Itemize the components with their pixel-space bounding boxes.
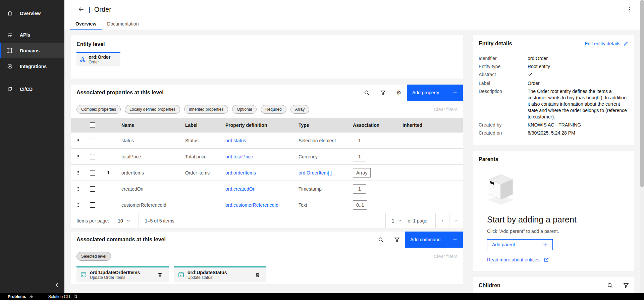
property-definition-link[interactable]: ord:customerReferenceId	[225, 202, 278, 208]
tab-documentation[interactable]: Documentation	[102, 19, 144, 30]
scrollbar-thumb[interactable]	[640, 0, 644, 187]
sidebar-item-label: CI/CD	[20, 87, 33, 92]
sidebar-item-label: Domains	[20, 48, 40, 53]
filter-icon	[623, 283, 629, 288]
tab-overview[interactable]: Overview	[70, 19, 102, 30]
delete-command-button[interactable]	[155, 270, 165, 280]
entity-tile[interactable]: ord:Order Order	[76, 52, 120, 66]
commands-filter-button[interactable]	[389, 232, 405, 248]
drag-handle[interactable]	[71, 187, 85, 191]
field-value-created-by: KNOWIS AG - TRAINING	[528, 122, 629, 128]
command-label: Update Order Items	[90, 275, 140, 280]
add-parent-button[interactable]: Add parent	[487, 239, 553, 250]
read-more-link[interactable]: Read more about entities.	[487, 257, 549, 262]
items-per-page-select[interactable]: 10	[118, 218, 130, 223]
sidebar-collapse-button[interactable]	[52, 280, 62, 290]
sidebar-item-apis[interactable]: APIs	[0, 27, 64, 43]
sidebar-item-integrations[interactable]: Integrations	[0, 58, 64, 74]
delete-command-button[interactable]	[253, 270, 262, 280]
row-checkbox[interactable]	[90, 170, 95, 176]
drag-handle[interactable]	[71, 138, 85, 143]
row-checkbox[interactable]	[90, 138, 95, 143]
cell-type: Selection element	[293, 138, 347, 143]
sidebar-item-cicd[interactable]: CI/CD	[0, 81, 64, 97]
property-definition-link[interactable]: ord:status	[225, 138, 246, 143]
page-count-label: of 1 page	[408, 213, 435, 228]
page-number-select[interactable]: 1	[386, 213, 408, 228]
overflow-menu-button[interactable]	[625, 5, 634, 14]
row-checkbox[interactable]	[90, 154, 95, 159]
vertical-scrollbar[interactable]	[640, 0, 644, 293]
filter-tag-array[interactable]: Array	[290, 105, 310, 114]
field-label: Identifier	[479, 55, 528, 62]
filter-tag-inherited[interactable]: Inherited properties	[184, 105, 228, 114]
command-card[interactable]: ord:UpdateOrderItems Update Order Items	[76, 266, 169, 282]
commands-search-button[interactable]	[373, 232, 389, 248]
cell-name: createdOn	[116, 186, 180, 192]
cell-name: status	[116, 138, 180, 143]
add-property-button[interactable]: Add property	[407, 85, 463, 101]
sidebar-item-domains[interactable]: Domains	[0, 43, 64, 58]
plus-icon	[543, 242, 548, 247]
clear-filters-link: Clear filters	[434, 254, 458, 259]
file-icon	[73, 294, 77, 299]
back-button[interactable]	[77, 5, 85, 13]
properties-filter-button[interactable]	[375, 85, 391, 101]
row-checkbox[interactable]	[90, 202, 95, 208]
entity-tile-label: Order	[89, 60, 110, 64]
drag-handle[interactable]	[71, 203, 85, 207]
row-checkbox[interactable]	[90, 186, 95, 192]
property-definition-link[interactable]: ord:createdOn	[225, 186, 256, 192]
property-definition-link[interactable]: ord:totalPrice	[225, 154, 253, 159]
next-page-button[interactable]	[449, 213, 463, 228]
circle-dot-icon	[7, 63, 13, 69]
home-icon	[7, 10, 13, 16]
edit-entity-details-link[interactable]: Edit entity details	[585, 41, 629, 46]
title-separator: |	[89, 6, 90, 13]
children-search-button[interactable]	[602, 283, 618, 288]
drag-handle-icon	[76, 203, 80, 207]
sidebar: Overview APIs Domains Integrations CI/CD	[0, 0, 64, 293]
sidebar-divider	[5, 77, 59, 77]
add-command-button[interactable]: Add command	[405, 232, 463, 248]
field-value-created-on: 6/30/2025, 5:24:28 PM	[528, 130, 629, 136]
drag-handle-icon	[76, 138, 80, 143]
command-icon	[80, 272, 87, 278]
properties-search-button[interactable]	[359, 85, 375, 101]
field-label: Description	[479, 88, 528, 120]
arrow-left-icon	[78, 6, 84, 12]
plus-icon	[452, 237, 458, 242]
filter-icon	[380, 90, 386, 96]
command-label: Update status	[187, 275, 227, 280]
property-definition-link[interactable]: ord:orderItems	[225, 170, 256, 176]
select-all-checkbox[interactable]	[90, 122, 95, 128]
filter-tag-locally-defined[interactable]: Locally defined properties	[125, 105, 180, 114]
solution-cli-button[interactable]: Solution CLI	[48, 294, 77, 299]
filter-tag-required[interactable]: Required	[261, 105, 286, 114]
field-value-identifier: ord:Order	[528, 55, 629, 62]
sidebar-item-overview[interactable]: Overview	[0, 5, 64, 21]
cell-label: Total price	[180, 154, 220, 159]
table-row: createdOn ord:createdOn Timestamp 1	[71, 181, 463, 197]
filter-tag-selected-level[interactable]: Selected level	[76, 252, 111, 261]
properties-settings-button[interactable]: ⚙	[391, 85, 407, 101]
field-label: Created by	[479, 122, 528, 128]
properties-card: Associated properties at this level ⚙ Ad…	[71, 85, 463, 228]
sidebar-item-label: Integrations	[20, 64, 47, 69]
filter-tag-optional[interactable]: Optional	[232, 105, 257, 114]
items-per-page-label: Items per page:	[76, 218, 109, 223]
filter-tag-complex[interactable]: Complex properties	[76, 105, 121, 114]
parents-empty-title: Start by adding a parent	[487, 215, 629, 224]
table-row: totalPrice Total price ord:totalPrice Cu…	[71, 149, 463, 165]
command-card[interactable]: ord:UpdateStatus Update status	[174, 266, 266, 282]
kebab-icon	[627, 7, 632, 12]
drag-handle[interactable]	[71, 154, 85, 159]
prev-page-button[interactable]	[436, 213, 449, 228]
problems-button[interactable]: Problems	[8, 294, 34, 299]
type-link[interactable]: ord:OrderItem[ ]	[299, 170, 332, 176]
chevron-down-icon	[126, 219, 130, 223]
children-filter-button[interactable]	[618, 283, 634, 288]
search-icon	[607, 283, 613, 288]
drag-handle[interactable]	[71, 170, 85, 175]
chevron-left-icon	[54, 282, 60, 288]
